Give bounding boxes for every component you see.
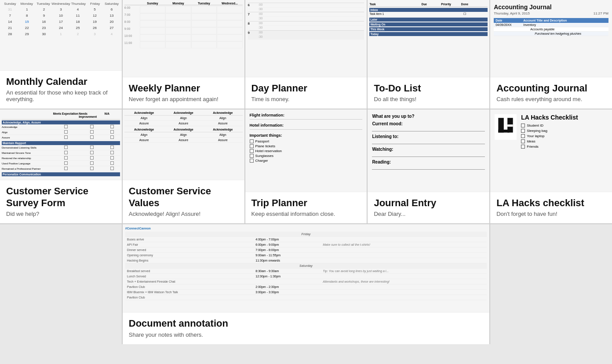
- weekly-planner-title: Weekly Planner: [129, 83, 238, 94]
- trip-planner-title: Trip Planner: [251, 197, 361, 209]
- doc-annotation-preview: #ConnectCannon Friday Buses arrive4:00pm…: [123, 224, 489, 312]
- acct-time: 11:27 PM: [594, 11, 608, 15]
- trip-planner-subtitle: Keep essential information close.: [251, 211, 361, 217]
- customer-values-preview: AcknowledgeAcknowledgeAcknowledge AlignA…: [123, 109, 244, 180]
- accounting-journal-preview: Accounting Journal Thursday, April 9, 20…: [490, 0, 612, 77]
- acct-row-date: 04/09/20XX: [494, 23, 521, 27]
- card-doc-annotation[interactable]: #ConnectCannon Friday Buses arrive4:00pm…: [123, 224, 489, 344]
- acct-title: Accounting Journal: [494, 4, 608, 11]
- day-planner-subtitle: Time is money.: [251, 96, 361, 102]
- acct-col-date: Date: [494, 18, 521, 23]
- monthly-calendar-subtitle: An essential for those who keep track of…: [6, 89, 116, 102]
- weekly-planner-subtitle: Never forget an appointment again!: [129, 96, 238, 102]
- journal-entry-preview: What are you up to? Current mood: Listen…: [368, 109, 489, 191]
- acct-row-date2: [494, 27, 521, 32]
- journal-entry-info: Journal Entry Dear Diary...: [368, 192, 489, 223]
- card-monthly-calendar[interactable]: SundayMondayTuesdayWednesdayThursdayFrid…: [0, 0, 122, 109]
- la-hacks-title: LA Hacks checklist: [496, 197, 606, 209]
- day-planner-info: Day Planner Time is money.: [245, 77, 367, 109]
- day-planner-preview: 6 :00 :30 7 :00 :30 8 :00: [245, 0, 367, 77]
- doc-annotation-subtitle: Share your notes with others.: [129, 331, 483, 338]
- todo-list-info: To-Do List Do all the things!: [368, 77, 489, 109]
- acct-row-account3: Purchased ten hedgehog plushies: [521, 32, 608, 36]
- acct-col-account: Account Title and Description: [521, 18, 608, 23]
- svg-rect-4: [507, 125, 513, 127]
- main-grid: SundayMondayTuesdayWednesdayThursdayFrid…: [0, 0, 612, 344]
- journal-entry-title: Journal Entry: [374, 197, 483, 209]
- doc-annotation-title: Document annotation: [129, 318, 483, 329]
- empty-cell-1: [0, 224, 122, 344]
- card-journal-entry[interactable]: What are you up to? Current mood: Listen…: [368, 109, 489, 223]
- trip-planner-info: Trip Planner Keep essential information …: [245, 192, 367, 223]
- weekly-planner-preview: Sunday Monday Tuesday Wednesd... 6:00 7:…: [123, 0, 244, 77]
- acct-row-account1: Inventory: [521, 23, 608, 27]
- monthly-calendar-title: Monthly Calendar: [6, 76, 116, 87]
- acct-row-date3: [494, 32, 521, 36]
- trip-flight-label: Flight information:: [250, 113, 363, 117]
- card-weekly-planner[interactable]: Sunday Monday Tuesday Wednesd... 6:00 7:…: [123, 0, 244, 109]
- svg-rect-0: [495, 114, 517, 140]
- journal-question: What are you up to?: [372, 114, 485, 119]
- monthly-calendar-preview: SundayMondayTuesdayWednesdayThursdayFrid…: [0, 0, 122, 70]
- card-accounting-journal[interactable]: Accounting Journal Thursday, April 9, 20…: [490, 0, 612, 109]
- customer-values-title: Customer Service Values: [129, 186, 238, 209]
- monthly-calendar-info: Monthly Calendar An essential for those …: [0, 70, 122, 109]
- customer-survey-subtitle: Did we help?: [6, 211, 116, 217]
- card-todo-list[interactable]: TaskDuePriorityDone Inbox Task item 1☐ L…: [368, 0, 489, 109]
- customer-survey-info: Customer Service Survey Form Did we help…: [0, 180, 122, 223]
- day-planner-title: Day Planner: [251, 83, 361, 94]
- card-customer-survey[interactable]: Meets Expectation Needs Improvement N/A …: [0, 109, 122, 223]
- acct-date: Thursday, April 9, 2015: [494, 11, 530, 15]
- todo-list-preview: TaskDuePriorityDone Inbox Task item 1☐ L…: [368, 0, 489, 77]
- card-day-planner[interactable]: 6 :00 :30 7 :00 :30 8 :00: [245, 0, 367, 109]
- la-hacks-info: LA Hacks checklist Don't forget to have …: [490, 192, 612, 223]
- doc-annotation-info: Document annotation Share your notes wit…: [123, 312, 489, 344]
- acct-row-account2: Accounts payable: [521, 27, 608, 32]
- trip-hotel-label: Hotel information:: [250, 123, 363, 127]
- weekly-planner-info: Weekly Planner Never forget an appointme…: [123, 77, 244, 109]
- card-customer-values[interactable]: AcknowledgeAcknowledgeAcknowledge AlignA…: [123, 109, 244, 223]
- lahacks-logo-icon: [495, 114, 517, 140]
- trip-things-label: Important things:: [250, 133, 363, 138]
- todo-list-subtitle: Do all the things!: [374, 96, 483, 102]
- la-hacks-subtitle: Don't forget to have fun!: [496, 211, 606, 217]
- todo-list-title: To-Do List: [374, 83, 483, 94]
- trip-planner-preview: Flight information: Hotel information: I…: [245, 109, 367, 191]
- customer-values-info: Customer Service Values Acknowledge! Ali…: [123, 180, 244, 223]
- card-trip-planner[interactable]: Flight information: Hotel information: I…: [245, 109, 367, 223]
- la-hacks-preview: LA Hacks Checklist Student ID Sleeping b…: [490, 109, 612, 191]
- accounting-journal-info: Accounting Journal Cash rules everything…: [490, 77, 612, 109]
- accounting-journal-title: Accounting Journal: [496, 83, 606, 94]
- card-la-hacks[interactable]: LA Hacks Checklist Student ID Sleeping b…: [490, 109, 612, 223]
- customer-survey-title: Customer Service Survey Form: [6, 186, 116, 209]
- journal-entry-subtitle: Dear Diary...: [374, 211, 483, 217]
- empty-cell-2: [490, 224, 612, 344]
- accounting-journal-subtitle: Cash rules everything around me.: [496, 96, 606, 102]
- customer-values-subtitle: Acknowledge! Align! Assure!: [129, 211, 238, 217]
- customer-survey-preview: Meets Expectation Needs Improvement N/A …: [0, 109, 122, 180]
